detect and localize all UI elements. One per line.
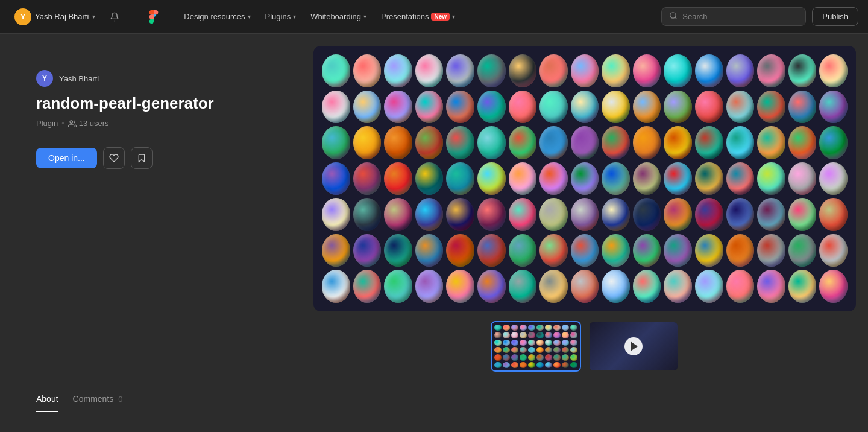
plugin-type: Plugin (36, 119, 58, 128)
pearl (509, 54, 537, 87)
nav-whiteboarding[interactable]: Whiteboarding ▾ (304, 8, 373, 25)
pearl-thumb (553, 354, 561, 360)
pearl-thumb (570, 362, 577, 368)
pearl (539, 126, 568, 159)
pearl (446, 126, 474, 159)
preview-main[interactable] (313, 46, 856, 311)
pearl (353, 91, 382, 124)
pearl-thumb (570, 340, 577, 346)
pearl (415, 126, 444, 159)
pearl (788, 162, 817, 195)
pearl (539, 270, 568, 303)
pearl (322, 162, 350, 195)
pearl (477, 198, 506, 231)
presentations-badge: New (431, 13, 450, 21)
pearl-thumb (536, 325, 544, 331)
pearl-thumb (511, 325, 518, 331)
pearl-thumb (545, 354, 552, 360)
like-button[interactable] (103, 147, 125, 169)
pearl (509, 162, 537, 195)
chevron-down-icon: ▾ (452, 13, 455, 20)
publish-button[interactable]: Publish (812, 7, 858, 26)
pearl (819, 91, 848, 124)
pearl-thumb (553, 362, 561, 368)
pearl (571, 91, 599, 124)
pearl-thumb (511, 347, 518, 353)
thumbnail-canvas-1 (492, 322, 580, 370)
pearl-thumb (553, 332, 561, 338)
pearl (415, 91, 444, 124)
nav-links: Design resources ▾ Plugins ▾ Whiteboardi… (178, 8, 656, 25)
pearl (539, 91, 568, 124)
comments-count: 0 (118, 395, 122, 404)
search-icon (669, 11, 678, 22)
pearl (819, 162, 848, 195)
pearl (353, 270, 382, 303)
pearl-thumb (562, 347, 569, 353)
pearl (602, 91, 630, 124)
chevron-down-icon: ▾ (363, 13, 366, 20)
pearl (571, 198, 599, 231)
pearl (757, 126, 785, 159)
pearl (477, 126, 506, 159)
pearl-thumb (520, 362, 527, 368)
user-menu[interactable]: Y Yash Raj Bharti ▾ (10, 6, 100, 28)
figma-logo[interactable] (144, 7, 163, 27)
tab-comments[interactable]: Comments 0 (73, 394, 123, 412)
pearl-thumb (536, 354, 544, 360)
pearl (726, 270, 755, 303)
pearl (726, 234, 755, 267)
pearl (788, 234, 817, 267)
tab-about[interactable]: About (36, 394, 58, 412)
nav-plugins[interactable]: Plugins ▾ (259, 8, 303, 25)
pearl-thumb (553, 347, 561, 353)
notifications-button[interactable] (105, 7, 124, 27)
pearl-thumb (494, 362, 502, 368)
plugin-sidebar: Y Yash Bharti random-pearl-generator Plu… (0, 34, 313, 384)
pearl (633, 162, 661, 195)
pearl (664, 126, 692, 159)
pearl-thumb (562, 354, 569, 360)
plugin-actions: Open in... (36, 147, 289, 169)
pearl (602, 126, 630, 159)
pearl (446, 162, 474, 195)
pearl (819, 198, 848, 231)
pearl (633, 126, 661, 159)
pearl (633, 270, 661, 303)
pearl (509, 126, 537, 159)
pearl (539, 54, 568, 87)
pearl (633, 198, 661, 231)
plugin-users: 13 users (68, 119, 109, 128)
pearl (322, 54, 350, 87)
pearl-thumb (528, 332, 535, 338)
pearl-thumb (545, 362, 552, 368)
pearl-thumb (545, 340, 552, 346)
pearl (322, 198, 350, 231)
pearl (415, 234, 444, 267)
search-box[interactable]: Search (661, 7, 806, 26)
pearl-thumb (570, 325, 577, 331)
pearl (384, 162, 412, 195)
open-in-button[interactable]: Open in... (36, 148, 97, 168)
pearl-thumb (494, 332, 502, 338)
nav-design-resources[interactable]: Design resources ▾ (178, 8, 256, 25)
thumbnail-2[interactable] (588, 321, 679, 372)
pearl (384, 126, 412, 159)
pearl (695, 270, 723, 303)
pearl (757, 54, 785, 87)
pearl (695, 91, 723, 124)
pearl (695, 234, 723, 267)
pearl (477, 54, 506, 87)
bookmark-button[interactable] (131, 147, 153, 169)
thumbnail-1[interactable] (491, 321, 581, 372)
chevron-down-icon: ▾ (293, 13, 296, 20)
pearl (571, 126, 599, 159)
pearl-thumb (511, 354, 518, 360)
pearl-thumb (528, 354, 535, 360)
play-triangle (631, 341, 638, 351)
nav-presentations[interactable]: Presentations New ▾ (375, 8, 461, 25)
pearl (602, 54, 630, 87)
pearl (757, 198, 785, 231)
pearl (757, 162, 785, 195)
pearl-thumb (562, 340, 569, 346)
